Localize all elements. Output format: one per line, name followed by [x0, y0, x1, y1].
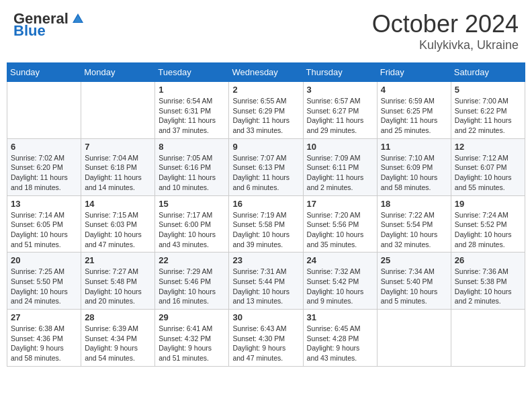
day-of-week-header: Sunday	[7, 63, 81, 82]
calendar-cell: 16Sunrise: 7:19 AMSunset: 5:58 PMDayligh…	[229, 195, 303, 253]
day-number: 23	[232, 255, 299, 265]
day-info: Sunrise: 7:12 AMSunset: 6:07 PMDaylight:…	[455, 153, 521, 193]
calendar-cell: 29Sunrise: 6:41 AMSunset: 4:32 PMDayligh…	[155, 310, 229, 367]
day-number: 20	[11, 255, 77, 265]
day-info: Sunrise: 6:55 AMSunset: 6:29 PMDaylight:…	[232, 96, 299, 136]
day-number: 27	[11, 312, 77, 322]
calendar-cell: 2Sunrise: 6:55 AMSunset: 6:29 PMDaylight…	[229, 82, 303, 139]
day-number: 7	[85, 142, 151, 152]
day-number: 14	[85, 199, 151, 209]
calendar-cell: 7Sunrise: 7:04 AMSunset: 6:18 PMDaylight…	[81, 138, 155, 195]
day-info: Sunrise: 7:19 AMSunset: 5:58 PMDaylight:…	[232, 210, 299, 250]
day-number: 13	[11, 199, 77, 209]
calendar-cell: 8Sunrise: 7:05 AMSunset: 6:16 PMDaylight…	[155, 138, 229, 195]
calendar-cell: 20Sunrise: 7:25 AMSunset: 5:50 PMDayligh…	[7, 253, 81, 310]
calendar-cell: 22Sunrise: 7:29 AMSunset: 5:46 PMDayligh…	[155, 253, 229, 310]
day-number: 3	[307, 85, 373, 95]
day-number: 8	[159, 142, 225, 152]
day-info: Sunrise: 7:20 AMSunset: 5:56 PMDaylight:…	[307, 210, 373, 250]
calendar-cell: 12Sunrise: 7:12 AMSunset: 6:07 PMDayligh…	[451, 138, 525, 195]
day-info: Sunrise: 7:00 AMSunset: 6:22 PMDaylight:…	[455, 96, 521, 136]
day-info: Sunrise: 6:59 AMSunset: 6:25 PMDaylight:…	[381, 96, 447, 136]
calendar-cell: 24Sunrise: 7:32 AMSunset: 5:42 PMDayligh…	[303, 253, 377, 310]
day-number: 22	[159, 255, 225, 265]
calendar-header-row: SundayMondayTuesdayWednesdayThursdayFrid…	[7, 63, 525, 82]
day-number: 10	[307, 142, 373, 152]
day-number: 12	[455, 142, 521, 152]
day-number: 9	[232, 142, 299, 152]
location-title: Kulykivka, Ukraine	[372, 38, 519, 52]
logo: General Blue	[13, 10, 85, 40]
calendar-week-row: 20Sunrise: 7:25 AMSunset: 5:50 PMDayligh…	[7, 253, 525, 310]
day-of-week-header: Friday	[377, 63, 451, 82]
day-number: 29	[159, 312, 225, 322]
day-info: Sunrise: 7:31 AMSunset: 5:44 PMDaylight:…	[232, 267, 299, 306]
day-number: 11	[381, 142, 447, 152]
day-info: Sunrise: 7:09 AMSunset: 6:11 PMDaylight:…	[307, 153, 373, 193]
calendar-cell: 13Sunrise: 7:14 AMSunset: 6:05 PMDayligh…	[7, 195, 81, 253]
day-info: Sunrise: 7:27 AMSunset: 5:48 PMDaylight:…	[85, 267, 151, 306]
day-of-week-header: Monday	[81, 63, 155, 82]
day-of-week-header: Tuesday	[155, 63, 229, 82]
calendar-cell: 18Sunrise: 7:22 AMSunset: 5:54 PMDayligh…	[377, 195, 451, 253]
day-number: 19	[455, 199, 521, 209]
day-of-week-header: Thursday	[303, 63, 377, 82]
day-info: Sunrise: 6:54 AMSunset: 6:31 PMDaylight:…	[159, 96, 225, 136]
day-number: 16	[232, 199, 299, 209]
day-number: 28	[85, 312, 151, 322]
day-info: Sunrise: 6:38 AMSunset: 4:36 PMDaylight:…	[11, 324, 77, 363]
calendar-cell: 5Sunrise: 7:00 AMSunset: 6:22 PMDaylight…	[451, 82, 525, 139]
day-number: 15	[159, 199, 225, 209]
calendar-table: SundayMondayTuesdayWednesdayThursdayFrid…	[7, 62, 525, 367]
day-number: 30	[232, 312, 299, 322]
day-number: 31	[307, 312, 373, 322]
day-info: Sunrise: 7:10 AMSunset: 6:09 PMDaylight:…	[381, 153, 447, 193]
day-info: Sunrise: 7:07 AMSunset: 6:13 PMDaylight:…	[232, 153, 299, 193]
calendar-cell	[451, 310, 525, 367]
calendar-cell	[7, 82, 81, 139]
calendar-week-row: 6Sunrise: 7:02 AMSunset: 6:20 PMDaylight…	[7, 138, 525, 195]
calendar-cell: 30Sunrise: 6:43 AMSunset: 4:30 PMDayligh…	[229, 310, 303, 367]
day-info: Sunrise: 7:34 AMSunset: 5:40 PMDaylight:…	[381, 267, 447, 306]
day-info: Sunrise: 7:15 AMSunset: 6:03 PMDaylight:…	[85, 210, 151, 250]
day-number: 2	[232, 85, 299, 95]
calendar-cell: 3Sunrise: 6:57 AMSunset: 6:27 PMDaylight…	[303, 82, 377, 139]
calendar-cell: 15Sunrise: 7:17 AMSunset: 6:00 PMDayligh…	[155, 195, 229, 253]
calendar-cell: 28Sunrise: 6:39 AMSunset: 4:34 PMDayligh…	[81, 310, 155, 367]
day-info: Sunrise: 6:45 AMSunset: 4:28 PMDaylight:…	[307, 324, 373, 363]
day-number: 1	[159, 85, 225, 95]
day-info: Sunrise: 6:39 AMSunset: 4:34 PMDaylight:…	[85, 324, 151, 363]
calendar-week-row: 1Sunrise: 6:54 AMSunset: 6:31 PMDaylight…	[7, 82, 525, 139]
day-of-week-header: Wednesday	[229, 63, 303, 82]
day-number: 6	[11, 142, 77, 152]
calendar-cell: 31Sunrise: 6:45 AMSunset: 4:28 PMDayligh…	[303, 310, 377, 367]
day-info: Sunrise: 6:43 AMSunset: 4:30 PMDaylight:…	[232, 324, 299, 363]
day-number: 4	[381, 85, 447, 95]
day-info: Sunrise: 7:22 AMSunset: 5:54 PMDaylight:…	[381, 210, 447, 250]
day-info: Sunrise: 7:14 AMSunset: 6:05 PMDaylight:…	[11, 210, 77, 250]
day-info: Sunrise: 7:17 AMSunset: 6:00 PMDaylight:…	[159, 210, 225, 250]
day-info: Sunrise: 7:02 AMSunset: 6:20 PMDaylight:…	[11, 153, 77, 193]
calendar-week-row: 13Sunrise: 7:14 AMSunset: 6:05 PMDayligh…	[7, 195, 525, 253]
calendar-cell: 10Sunrise: 7:09 AMSunset: 6:11 PMDayligh…	[303, 138, 377, 195]
calendar-cell: 14Sunrise: 7:15 AMSunset: 6:03 PMDayligh…	[81, 195, 155, 253]
logo-icon	[71, 12, 85, 26]
calendar-cell: 1Sunrise: 6:54 AMSunset: 6:31 PMDaylight…	[155, 82, 229, 139]
day-of-week-header: Saturday	[451, 63, 525, 82]
day-info: Sunrise: 7:25 AMSunset: 5:50 PMDaylight:…	[11, 267, 77, 306]
calendar-cell: 26Sunrise: 7:36 AMSunset: 5:38 PMDayligh…	[451, 253, 525, 310]
day-info: Sunrise: 6:41 AMSunset: 4:32 PMDaylight:…	[159, 324, 225, 363]
day-info: Sunrise: 7:05 AMSunset: 6:16 PMDaylight:…	[159, 153, 225, 193]
month-title: October 2024	[372, 10, 519, 38]
day-info: Sunrise: 7:04 AMSunset: 6:18 PMDaylight:…	[85, 153, 151, 193]
title-section: October 2024 Kulykivka, Ukraine	[372, 10, 519, 52]
calendar-cell: 4Sunrise: 6:59 AMSunset: 6:25 PMDaylight…	[377, 82, 451, 139]
page-header: General Blue October 2024 Kulykivka, Ukr…	[7, 7, 525, 56]
day-number: 21	[85, 255, 151, 265]
calendar-cell: 25Sunrise: 7:34 AMSunset: 5:40 PMDayligh…	[377, 253, 451, 310]
logo-blue-text: Blue	[13, 22, 46, 40]
day-info: Sunrise: 7:32 AMSunset: 5:42 PMDaylight:…	[307, 267, 373, 306]
day-info: Sunrise: 7:24 AMSunset: 5:52 PMDaylight:…	[455, 210, 521, 250]
day-number: 5	[455, 85, 521, 95]
calendar-cell	[377, 310, 451, 367]
